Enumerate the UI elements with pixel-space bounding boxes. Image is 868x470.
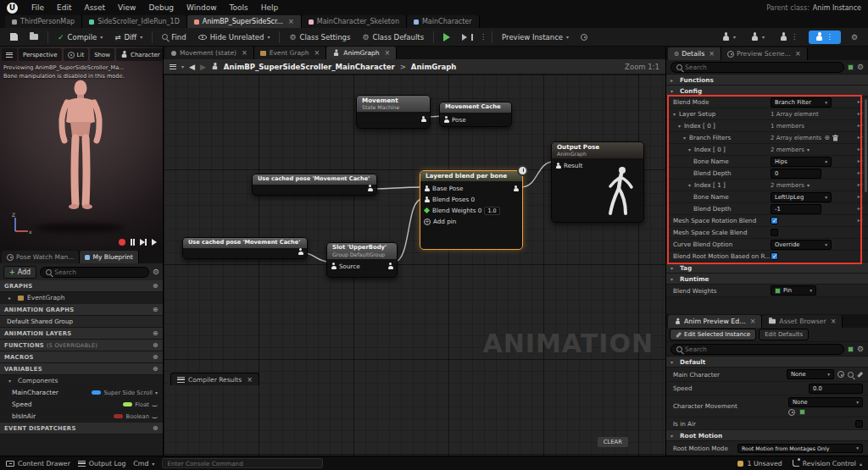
chevron-down-icon[interactable]: ▾ — [155, 390, 158, 395]
event-dispatchers-section-header[interactable]: EVENT DISPATCHERS⊕ — [0, 423, 163, 434]
find-button[interactable]: Find — [157, 30, 191, 44]
tab-my-blueprint[interactable]: My Blueprint — [80, 251, 139, 263]
variables-section-header[interactable]: VARIABLES⊕ — [0, 363, 163, 375]
menu-window[interactable]: Window — [181, 3, 223, 13]
components-category[interactable]: ▾Components — [0, 375, 163, 387]
speed-input[interactable]: 0.0 — [809, 384, 863, 394]
main-character-dropdown[interactable]: None▾ — [787, 369, 834, 379]
add-variable-icon[interactable]: ⊕ — [153, 365, 159, 373]
variable-maincharacter[interactable]: MainCharacter Super Side Scroll▾ — [0, 387, 163, 399]
close-icon[interactable]: × — [242, 49, 248, 57]
add-animation-graph-icon[interactable]: ⊕ — [153, 306, 159, 313]
mesh-mode-button[interactable]: ▾ — [746, 30, 770, 44]
mesh-space-scale-checkbox[interactable] — [771, 229, 778, 236]
class-defaults-button[interactable]: ⚙Class Defaults — [357, 30, 429, 44]
menu-help[interactable]: Help — [255, 3, 285, 13]
menu-file[interactable]: File — [25, 3, 50, 13]
blend-root-motion-checkbox[interactable] — [771, 252, 778, 260]
class-settings-button[interactable]: ⚙Class Settings — [284, 30, 355, 44]
blend-weights-binding-dropdown[interactable]: Pin▾ — [771, 285, 816, 296]
expander-icon[interactable]: ▾ — [688, 182, 694, 188]
source-input-pin[interactable] — [331, 263, 337, 269]
tab-sidescroller-idlerun[interactable]: SideScroller_IdleRun_1D — [82, 15, 187, 28]
diff-button[interactable]: ⇄Diff▾ — [109, 30, 147, 44]
expander-icon[interactable]: ▾ — [670, 359, 676, 365]
pause-button[interactable] — [131, 239, 136, 246]
reset-to-default-icon[interactable]: ↩ — [855, 146, 865, 153]
character-movement-dropdown[interactable]: None▾ — [788, 397, 863, 407]
eye-closed-icon[interactable] — [152, 403, 158, 406]
scrollbar[interactable] — [865, 99, 867, 192]
clear-button[interactable]: CLEAR — [598, 437, 628, 447]
tab-thirdpersonmap[interactable]: ThirdPersonMap — [5, 15, 82, 28]
show-dropdown[interactable]: Show — [90, 48, 114, 61]
close-icon[interactable]: × — [795, 50, 801, 58]
chevron-down-icon[interactable]: ▾ — [807, 147, 810, 152]
unsaved-button[interactable]: 1 Unsaved — [737, 460, 782, 467]
config-category[interactable]: ▾Config — [666, 86, 868, 97]
functions-section-header[interactable]: FUNCTIONS(5 OVERRIDABLE)⊕ — [0, 340, 163, 351]
blueprint-mode-button[interactable]: ⋮ — [809, 30, 841, 44]
eyedropper-icon[interactable] — [857, 372, 863, 378]
delete-array-icon[interactable] — [832, 135, 838, 141]
tab-anim-preview-editor[interactable]: Anim Preview Ed...× — [668, 315, 762, 328]
frame-skip-button[interactable] — [457, 31, 478, 43]
expander-icon[interactable]: ▾ — [670, 433, 676, 439]
debug-filter-button[interactable] — [576, 31, 593, 43]
pose-output-pin[interactable] — [387, 263, 393, 269]
reset-to-default-icon[interactable]: ↩ — [855, 98, 865, 106]
more-options-icon[interactable]: ⋮ — [480, 33, 487, 41]
close-icon[interactable]: × — [750, 318, 756, 325]
root-motion-category[interactable]: ▾Root Motion — [666, 430, 868, 441]
character-dropdown[interactable]: Character — [116, 48, 163, 61]
skeleton-mode-button[interactable]: ▾ — [717, 30, 741, 44]
reset-to-default-icon[interactable]: ↩ — [855, 122, 865, 130]
preview-instance-dropdown[interactable]: Preview Instance▾ — [497, 30, 574, 44]
tab-asset-browser[interactable]: Asset Browser× — [762, 315, 843, 328]
details-search-input[interactable] — [685, 64, 838, 71]
graphs-section-header[interactable]: GRAPHS⊕ — [0, 280, 163, 292]
chevron-down-icon[interactable]: ▾ — [140, 34, 142, 40]
animation-layers-section-header[interactable]: ANIMATION LAYERS⊕ — [0, 328, 163, 340]
gear-icon[interactable]: ⚙ — [857, 345, 864, 353]
lit-dropdown[interactable]: Lit — [64, 48, 89, 61]
gear-icon[interactable]: ⚙ — [857, 63, 864, 71]
macros-section-header[interactable]: MACROS⊕ — [0, 351, 163, 363]
tab-movement-state[interactable]: Movement (state)× — [165, 47, 254, 59]
close-icon[interactable]: × — [709, 50, 715, 58]
node-layered-blend-per-bone[interactable]: Layered blend per bone Base Pose Blend P… — [420, 170, 523, 250]
add-animation-layer-icon[interactable]: ⊕ — [153, 329, 159, 337]
blend-weights-input-pin[interactable] — [424, 207, 430, 213]
expander-icon[interactable]: ▾ — [678, 123, 684, 129]
revision-control-button[interactable]: Revision Control▴ — [793, 460, 862, 467]
default-category[interactable]: ▾Default — [666, 357, 868, 368]
reset-to-default-icon[interactable]: ↩ — [855, 110, 865, 118]
output-log-button[interactable]: Output Log — [78, 460, 126, 467]
play-forward-button[interactable] — [152, 239, 157, 246]
browse-icon[interactable] — [848, 372, 854, 378]
pose-input-pin[interactable] — [443, 116, 449, 123]
compiler-results-tab[interactable]: Compiler Results × — [170, 373, 259, 385]
blend-depth-input[interactable]: 0 — [771, 169, 821, 179]
variable-speed[interactable]: Speed Float — [0, 399, 163, 411]
edit-defaults-button[interactable]: Edit Defaults — [759, 329, 809, 340]
tab-details[interactable]: ⚙Details× — [668, 47, 721, 60]
tag-category[interactable]: ▾Tag — [666, 263, 868, 274]
close-icon[interactable]: × — [247, 376, 253, 384]
add-pin-icon[interactable]: + — [424, 218, 431, 225]
gear-icon[interactable]: ⚙ — [153, 268, 159, 276]
close-icon[interactable]: × — [314, 49, 320, 57]
add-button[interactable]: +Add — [3, 266, 36, 279]
edit-selected-instance-button[interactable]: Edit Selected Instance — [670, 329, 756, 340]
content-drawer-button[interactable]: Content Drawer — [6, 460, 70, 467]
preview-viewport[interactable]: Perspective Lit Show Character Previewin… — [0, 47, 163, 250]
tab-animgraph[interactable]: AnimGraph× — [326, 47, 397, 59]
hamburger-icon[interactable] — [170, 64, 176, 69]
anim-preview-search-input[interactable] — [685, 346, 838, 353]
close-icon[interactable]: × — [831, 318, 837, 325]
reset-to-default-icon[interactable]: ↩ — [855, 169, 865, 177]
reset-to-default-icon[interactable]: ↩ — [855, 134, 865, 141]
animation-mode-button[interactable]: ⋮ — [775, 30, 804, 44]
add-function-icon[interactable]: ⊕ — [153, 341, 159, 349]
blend-weight-value[interactable]: 1.0 — [484, 207, 499, 215]
